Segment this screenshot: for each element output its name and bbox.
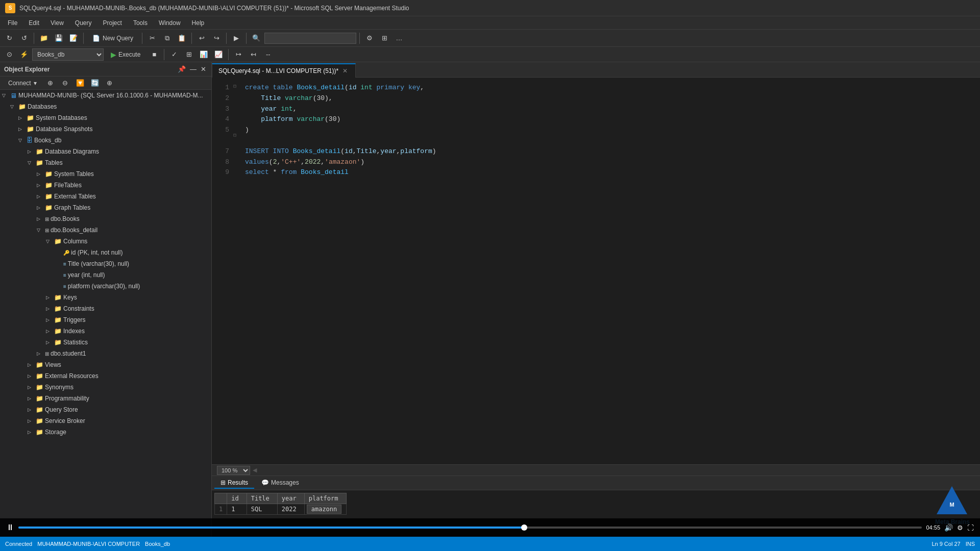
- actual-plan-btn[interactable]: 📈: [212, 48, 225, 61]
- messages-icon: 💬: [261, 479, 269, 486]
- tree-query-store[interactable]: ▷ 📁 Query Store: [0, 404, 211, 415]
- settings-btn[interactable]: ⚙: [363, 32, 376, 45]
- pin-btn[interactable]: 📌: [177, 64, 187, 74]
- outdent-btn[interactable]: ↤: [247, 48, 260, 61]
- window-btn[interactable]: ⊞: [378, 32, 391, 45]
- ext-tables-folder-icon: 📁: [45, 193, 53, 200]
- oe-refresh-btn[interactable]: 🔄: [88, 77, 102, 90]
- indent-btn[interactable]: ↦: [232, 48, 245, 61]
- menu-help[interactable]: Help: [187, 18, 210, 28]
- undo-btn[interactable]: ↩: [195, 32, 208, 45]
- oe-toolbar-btn1[interactable]: ⊕: [44, 77, 57, 90]
- open-btn[interactable]: 📁: [37, 32, 51, 45]
- tb2-btn2[interactable]: ⚡: [17, 48, 31, 61]
- tree-databases[interactable]: ▽ 📁 Databases: [0, 101, 211, 112]
- tree-books-db[interactable]: ▽ 🗄 Books_db: [0, 135, 211, 146]
- tree-keys[interactable]: ▷ 📁 Keys: [0, 292, 211, 303]
- oe-toolbar-btn2[interactable]: ⊖: [59, 77, 72, 90]
- comment-btn[interactable]: --: [261, 48, 275, 61]
- tree-dbo-books[interactable]: ▷ ⊞ dbo.Books: [0, 213, 211, 224]
- tree-views[interactable]: ▷ 📁 Views: [0, 359, 211, 370]
- save-btn[interactable]: 💾: [52, 32, 65, 45]
- redo-btn[interactable]: ↪: [210, 32, 223, 45]
- menu-query[interactable]: Query: [70, 18, 97, 28]
- tree-graph-tables[interactable]: ▷ 📁 Graph Tables: [0, 202, 211, 213]
- tree-statistics[interactable]: ▷ 📁 Statistics: [0, 337, 211, 348]
- settings-video-icon[interactable]: ⚙: [957, 524, 963, 532]
- menu-view[interactable]: View: [45, 18, 69, 28]
- svg-marker-0: [937, 486, 967, 514]
- results-btn[interactable]: ⊞: [182, 48, 195, 61]
- results-tab-results[interactable]: ⊞ Results: [214, 478, 254, 489]
- tree-system-tables[interactable]: ▷ 📁 System Tables: [0, 168, 211, 180]
- tree-external-tables[interactable]: ▷ 📁 External Tables: [0, 191, 211, 202]
- tab-close-btn[interactable]: ✕: [341, 67, 349, 75]
- tree-dbo-books-detail[interactable]: ▽ ⊞ dbo.Books_detail: [0, 224, 211, 236]
- tree-system-databases[interactable]: ▷ 📁 System Databases: [0, 112, 211, 123]
- minimize-btn[interactable]: —: [189, 64, 198, 74]
- code-line-5: ): [245, 125, 975, 136]
- code-editor[interactable]: 1 2 3 4 5 7 8 9 ⊟ ⊟ create table: [212, 78, 980, 464]
- paste-btn[interactable]: 📋: [175, 32, 188, 45]
- copy-btn[interactable]: ⧉: [160, 32, 174, 45]
- menu-project[interactable]: Project: [98, 18, 127, 28]
- menu-window[interactable]: Window: [154, 18, 186, 28]
- back-btn[interactable]: ↻: [3, 32, 16, 45]
- volume-icon[interactable]: 🔊: [944, 523, 953, 532]
- tree-synonyms[interactable]: ▷ 📁 Synonyms: [0, 382, 211, 393]
- menu-file[interactable]: File: [3, 18, 22, 28]
- books-detail-expand-icon: ▽: [37, 228, 45, 233]
- progress-bar[interactable]: [18, 527, 922, 529]
- qs-expand-icon: ▷: [28, 407, 36, 412]
- new-query-button[interactable]: 📄 New Query: [87, 33, 139, 44]
- tree-service-broker[interactable]: ▷ 📁 Service Broker: [0, 415, 211, 427]
- tree-triggers[interactable]: ▷ 📁 Triggers: [0, 314, 211, 325]
- menu-tools[interactable]: Tools: [128, 18, 153, 28]
- stop-btn[interactable]: ■: [148, 48, 161, 61]
- zoom-select[interactable]: 100 %: [217, 466, 250, 475]
- tree-col-title[interactable]: ≡ Title (varchar(30), null): [0, 258, 211, 269]
- tree-col-year[interactable]: ≡ year (int, null): [0, 269, 211, 281]
- forward-btn[interactable]: ↺: [17, 32, 31, 45]
- parse-btn[interactable]: ✓: [167, 48, 181, 61]
- object-explorer-tree[interactable]: ▽ 🖥 MUHAMMAD-MUNIB- (SQL Server 16.0.100…: [0, 90, 211, 537]
- results-tab-messages[interactable]: 💬 Messages: [255, 478, 305, 489]
- connect-btn[interactable]: Connect ▾: [3, 78, 42, 89]
- debug-btn[interactable]: ▶: [230, 32, 243, 45]
- tree-programmability[interactable]: ▷ 📁 Programmability: [0, 393, 211, 404]
- oe-more-btn[interactable]: ⊕: [103, 77, 116, 90]
- tree-file-tables[interactable]: ▷ 📁 FileTables: [0, 180, 211, 191]
- tree-constraints[interactable]: ▷ 📁 Constraints: [0, 303, 211, 314]
- save-all-btn[interactable]: 📝: [67, 32, 80, 45]
- tree-indexes[interactable]: ▷ 📁 Indexes: [0, 325, 211, 337]
- estimated-plan-btn[interactable]: 📊: [197, 48, 210, 61]
- fullscreen-icon[interactable]: ⛶: [967, 524, 974, 532]
- more-btn[interactable]: …: [393, 32, 406, 45]
- tree-external-resources[interactable]: ▷ 📁 External Resources: [0, 370, 211, 382]
- tree-server[interactable]: ▽ 🖥 MUHAMMAD-MUNIB- (SQL Server 16.0.100…: [0, 90, 211, 101]
- database-dropdown[interactable]: Books_db: [32, 48, 104, 61]
- tree-db-diagrams[interactable]: ▷ 📁 Database Diagrams: [0, 146, 211, 157]
- table-row: 1 1 SQL 2022 amazonn: [215, 504, 347, 515]
- tree-tables[interactable]: ▽ 📁 Tables: [0, 157, 211, 168]
- cut-btn[interactable]: ✂: [145, 32, 159, 45]
- books-db-icon: 🗄: [27, 137, 33, 144]
- tree-db-snapshots[interactable]: ▷ 📁 Database Snapshots: [0, 123, 211, 135]
- tb2-btn1[interactable]: ⊙: [3, 48, 16, 61]
- tree-dbo-student1[interactable]: ▷ ⊞ dbo.student1: [0, 348, 211, 359]
- tree-col-platform[interactable]: ≡ platform (varchar(30), null): [0, 281, 211, 292]
- menu-edit[interactable]: Edit: [23, 18, 44, 28]
- tree-storage[interactable]: ▷ 📁 Storage: [0, 427, 211, 438]
- editor-tab-active[interactable]: SQLQuery4.sql - M...LVI COMPUTER (51))* …: [212, 63, 356, 78]
- col-header-title: Title: [247, 493, 277, 504]
- code-line-2: Title varchar(30),: [245, 93, 975, 104]
- title-bar-text: SQLQuery4.sql - MUHAMMAD-MUNIB-.Books_db…: [19, 5, 409, 12]
- oe-filter-btn[interactable]: 🔽: [74, 77, 87, 90]
- close-panel-btn[interactable]: ✕: [200, 64, 207, 74]
- tree-columns[interactable]: ▽ 📁 Columns: [0, 236, 211, 247]
- tree-col-id[interactable]: 🔑 id (PK, int, not null): [0, 247, 211, 258]
- execute-button[interactable]: ▶ Execute: [105, 48, 146, 61]
- play-pause-button[interactable]: ⏸: [6, 523, 14, 532]
- search-input[interactable]: [264, 33, 356, 44]
- search-btn[interactable]: 🔍: [250, 32, 263, 45]
